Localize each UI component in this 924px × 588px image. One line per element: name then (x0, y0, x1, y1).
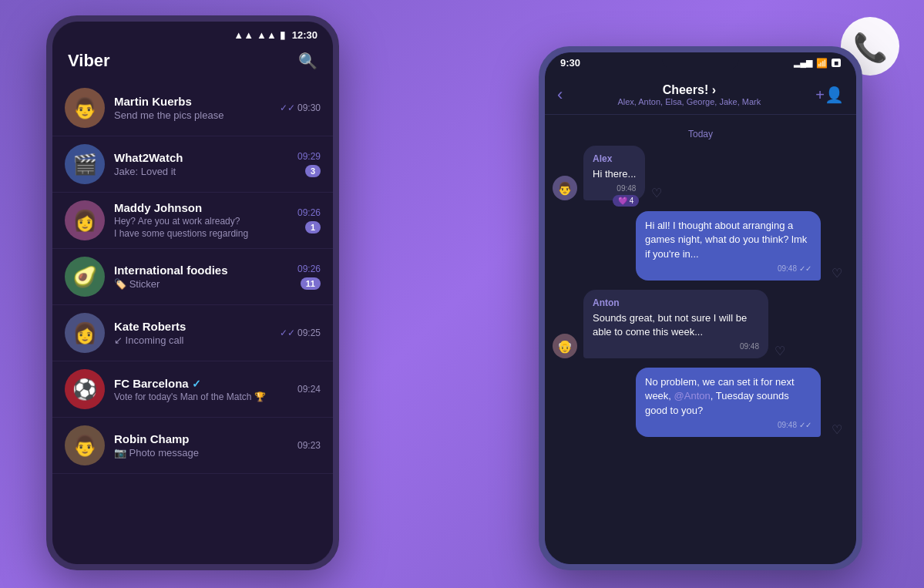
heart-button[interactable]: ♡ (832, 266, 842, 281)
chat-content: Maddy Johnson Hey? Are you at work alrea… (114, 201, 291, 240)
message-time: 09:48 ✓✓ (645, 264, 811, 273)
message-bubble: Anton Sounds great, but not sure I will … (583, 290, 768, 358)
search-icon[interactable]: 🔍 (298, 52, 318, 70)
message-sender: Anton (593, 297, 759, 308)
message-text: Sounds great, but not sure I will be abl… (593, 311, 759, 339)
message-row: 👴 Anton Sounds great, but not sure I wil… (553, 290, 848, 358)
message-time: 09:48 (593, 184, 636, 193)
chat-header-info: Cheers! › Alex, Anton, Elsa, George, Jak… (572, 83, 806, 106)
heart-button[interactable]: ♡ (774, 344, 785, 358)
chat-item[interactable]: 🎬 What2Watch Jake: Loved it 09:29 3 (52, 136, 333, 193)
chat-meta: ✓✓ 09:25 (280, 328, 321, 338)
call-icon: ↙ (114, 334, 123, 346)
status-time: 12:30 (292, 29, 318, 41)
sticker-icon: 🏷️ (114, 278, 126, 290)
message-sender: Alex (593, 153, 636, 164)
chat-item[interactable]: 👩 Maddy Johnson Hey? Are you at work alr… (52, 193, 333, 249)
chat-content: FC Barcelona ✓ Vote for today's Man of t… (114, 377, 291, 402)
verified-badge-icon: ✓ (192, 378, 201, 390)
app-header: Viber 🔍 (52, 45, 333, 80)
message-row: ♡ No problem, we can set it for next wee… (553, 368, 848, 437)
chat-preview: 📷 Photo message (114, 447, 291, 459)
avatar: 👨 (65, 88, 105, 128)
chat-item[interactable]: 👨 Martin Kuerbs Send me the pics please … (52, 80, 333, 136)
svg-text:📞: 📞 (853, 31, 888, 64)
chat-time: 09:23 (297, 440, 321, 451)
chat-name: Martin Kuerbs (114, 95, 274, 108)
group-name: Cheers! › (572, 83, 806, 97)
chat-preview: Hey? Are you at work already?I have some… (114, 216, 291, 240)
chat-meta: 09:24 (297, 384, 321, 395)
chat-name: International foodies (114, 264, 291, 277)
message-row: ♡ Hi all! I thought about arranging a ga… (553, 211, 848, 281)
read-check-icon: ✓✓ (280, 102, 297, 113)
chat-meta: 09:26 11 (297, 264, 321, 290)
add-member-button[interactable]: +👤 (815, 86, 844, 104)
chat-item[interactable]: ⚽ FC Barcelona ✓ Vote for today's Man of… (52, 361, 333, 418)
chat-name: Kate Roberts (114, 320, 274, 333)
chat-meta: ✓✓ 09:30 (280, 102, 321, 113)
phone1-device: ▲▲ ▲▲ ▮ 12:30 Viber 🔍 👨 Martin Kuerbs Se… (46, 15, 339, 570)
chat-name: Maddy Johnson (114, 201, 291, 214)
chat-preview: Vote for today's Man of the Match 🏆 (114, 391, 291, 402)
message-time: 09:48 ✓✓ (645, 421, 811, 429)
message-time: 09:48 (593, 342, 759, 351)
chat-item[interactable]: 👩 Kate Roberts ↙ Incoming call ✓✓ 09:25 (52, 305, 333, 361)
signal-icons: ▲▲ ▲▲ ▮ (234, 29, 284, 41)
chat-content: Robin Champ 📷 Photo message (114, 432, 291, 459)
notch-area: 9:30 ▂▄▆ 📶 ■ (545, 52, 856, 76)
chat-meta: 09:26 1 (297, 207, 321, 234)
avatar: 🥑 (65, 257, 105, 297)
avatar: ⚽ (65, 369, 105, 409)
phone2-device: 9:30 ▂▄▆ 📶 ■ ‹ Cheers! › Alex, Anton, El… (539, 46, 862, 570)
message-text: No problem, we can set it for next week,… (645, 375, 811, 418)
phone2-status-icons: ▂▄▆ 📶 ■ (794, 58, 841, 69)
chat-content: What2Watch Jake: Loved it (114, 151, 291, 177)
heart-button[interactable]: ♡ (832, 422, 842, 437)
avatar: 👩 (65, 200, 105, 240)
signal-bar-icon: ▂▄▆ (794, 58, 812, 68)
chat-list: 👨 Martin Kuerbs Send me the pics please … (52, 80, 333, 564)
chat-name: FC Barcelona ✓ (114, 377, 291, 390)
unread-badge: 1 (305, 221, 321, 234)
wifi-icon: 📶 (816, 58, 828, 69)
back-button[interactable]: ‹ (557, 85, 563, 105)
chat-meta: 09:23 (297, 440, 321, 451)
chat-preview: Jake: Loved it (114, 166, 291, 177)
avatar: 👩 (65, 313, 105, 353)
signal-icon: ▲▲ (257, 29, 277, 41)
chat-name: Robin Champ (114, 432, 291, 445)
chat-item[interactable]: 🥑 International foodies 🏷️ 🏷️ Sticker St… (52, 249, 333, 305)
avatar: 👨 (65, 425, 105, 465)
phone2-time: 9:30 (560, 57, 580, 69)
app-title: Viber (68, 51, 110, 71)
chat-preview: ↙ Incoming call (114, 334, 274, 346)
group-members: Alex, Anton, Elsa, George, Jake, Mark (572, 97, 806, 106)
avatar: 👴 (553, 334, 577, 358)
chat-time: 09:24 (297, 384, 321, 395)
heart-button[interactable]: ♡ (651, 186, 662, 200)
chat-time: ✓✓ 09:30 (280, 102, 321, 113)
date-divider: Today (553, 129, 848, 139)
message-text: Hi all! I thought about arranging a game… (645, 219, 811, 261)
double-check-icon: ✓✓ (799, 264, 811, 273)
mention-tag: @Anton (674, 390, 711, 402)
messages-area: Today 👨 Alex Hi there... 09:48 💜 4 ♡ (545, 115, 856, 564)
read-check-icon: ✓✓ (280, 328, 297, 338)
chat-content: Martin Kuerbs Send me the pics please (114, 95, 274, 121)
unread-badge: 3 (305, 165, 321, 177)
photo-icon: 📷 (114, 447, 126, 459)
unread-badge: 11 (301, 277, 321, 290)
chat-name: What2Watch (114, 151, 291, 164)
chat-item[interactable]: 👨 Robin Champ 📷 Photo message 09:23 (52, 418, 333, 474)
chat-meta: 09:29 3 (297, 151, 321, 177)
chat-time: ✓✓ 09:25 (280, 328, 321, 338)
avatar: 👨 (553, 176, 577, 200)
chat-time: 09:26 (297, 264, 321, 274)
heart-reaction-icon: 💜 (618, 197, 627, 205)
message-bubble: No problem, we can set it for next week,… (636, 368, 821, 437)
wifi-icon: ▲▲ (234, 29, 254, 41)
message-bubble: Hi all! I thought about arranging a game… (636, 211, 821, 281)
battery-icon: ■ (832, 59, 841, 67)
reaction-count: 4 (630, 197, 634, 205)
